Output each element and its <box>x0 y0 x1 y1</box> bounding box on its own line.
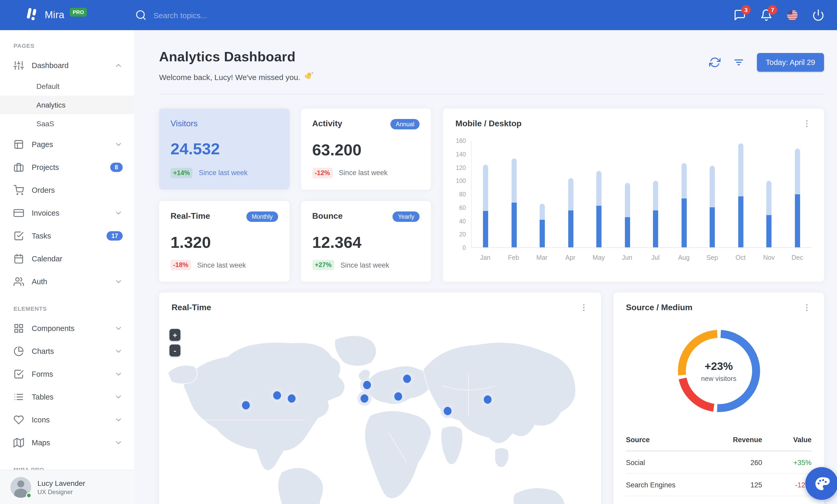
mobile-segment <box>653 210 658 247</box>
chevron-down-icon <box>114 416 123 424</box>
map-icon <box>14 437 24 448</box>
search-input[interactable] <box>153 11 320 19</box>
sidebar-item-dashboard[interactable]: Dashboard <box>0 54 134 77</box>
y-tick-label: 0 <box>462 245 466 251</box>
visitor-map-marker <box>403 375 411 383</box>
nav-section-label-elements: ELEMENTS <box>0 305 134 312</box>
mobile-segment <box>596 206 602 247</box>
power-icon[interactable] <box>812 9 824 21</box>
world-map[interactable]: + - <box>159 322 601 504</box>
topbar: Mira PRO 3 7 <box>0 0 837 30</box>
stat-value: 24.532 <box>171 140 278 158</box>
x-tick-label: Mar <box>528 254 556 261</box>
page-title: Analytics Dashboard <box>159 49 313 65</box>
sidebar-subitem-analytics[interactable]: Analytics <box>0 96 134 114</box>
sidebar-item-label: Projects <box>32 163 59 171</box>
mobile-segment <box>710 207 715 247</box>
today-date-button[interactable]: Today: April 29 <box>757 53 824 72</box>
source-table-row-search-engines: Search Engines 125 -12% <box>626 473 812 496</box>
x-tick-label: Oct <box>726 254 754 261</box>
sidebar-item-tasks[interactable]: Tasks17 <box>0 224 134 247</box>
source-menu-kebab-icon[interactable] <box>802 303 812 312</box>
sidebar-nav: PAGESDashboardDefaultAnalyticsSaaSPagesP… <box>0 43 134 473</box>
brand-name: Mira <box>45 10 65 21</box>
map-zoom-out-button[interactable]: - <box>170 344 180 356</box>
desktop-segment <box>681 163 687 199</box>
stat-note: Since last week <box>339 169 388 177</box>
mobile-segment <box>568 210 573 247</box>
chevron-down-icon <box>114 324 123 333</box>
chart-menu-kebab-icon[interactable] <box>802 119 812 128</box>
chevron-up-icon <box>114 61 123 70</box>
bar-mar <box>528 141 556 247</box>
mobile-segment <box>540 220 545 247</box>
refresh-icon[interactable] <box>709 57 720 68</box>
stat-delta-chip: -12% <box>312 168 333 178</box>
theme-settings-fab[interactable] <box>805 467 837 500</box>
sidebar-item-invoices[interactable]: Invoices <box>0 202 134 224</box>
bar-aug <box>670 141 698 247</box>
y-tick-label: 60 <box>459 205 466 211</box>
notifications-bell-icon[interactable]: 7 <box>760 9 772 21</box>
sidebar-item-label: Auth <box>32 278 47 286</box>
chevron-down-icon <box>114 347 123 355</box>
stat-card-real-time: Real-Time Monthly 1.320 -18% Since last … <box>159 201 289 282</box>
map-title: Real-Time <box>172 303 211 312</box>
sidebar-item-projects[interactable]: Projects8 <box>0 156 134 179</box>
bar-apr <box>556 141 585 247</box>
desktop-segment <box>795 149 800 194</box>
sidebar-subitem-saas[interactable]: SaaS <box>0 114 134 133</box>
sidebar-item-label: Pages <box>32 140 53 149</box>
sidebar-item-label: Tables <box>32 393 54 401</box>
sidebar-item-auth[interactable]: Auth <box>0 270 134 293</box>
chevron-down-icon <box>114 370 123 378</box>
sidebar-item-charts[interactable]: Charts <box>0 340 134 363</box>
sidebar-item-maps[interactable]: Maps <box>0 431 134 454</box>
app-window: Mira PRO 3 7 <box>0 0 837 504</box>
filter-icon[interactable] <box>733 57 745 68</box>
sidebar-item-label: Dashboard <box>32 61 69 70</box>
sidebar-item-tables[interactable]: Tables <box>0 386 134 408</box>
palette-icon <box>814 476 830 491</box>
online-status-dot <box>26 492 32 498</box>
desktop-segment <box>596 171 602 206</box>
source-table-row-social: Social 260 +35% <box>626 451 812 473</box>
x-tick-label: Jul <box>641 254 670 261</box>
stat-title: Real-Time <box>171 211 210 221</box>
sidebar-item-components[interactable]: Components <box>0 317 134 340</box>
mobile-segment <box>681 199 687 247</box>
x-tick-label: Apr <box>556 254 584 261</box>
sidebar-item-forms[interactable]: Forms <box>0 363 134 386</box>
bar-dec <box>783 141 812 247</box>
y-tick-label: 100 <box>456 178 466 184</box>
users-icon <box>14 276 24 287</box>
mobile-segment <box>738 197 744 247</box>
map-zoom-in-button[interactable]: + <box>170 329 180 341</box>
sidebar-item-calendar[interactable]: Calendar <box>0 247 134 270</box>
sidebar-item-icons[interactable]: Icons <box>0 408 134 431</box>
sidebar-item-pages[interactable]: Pages <box>0 133 134 156</box>
brand[interactable]: Mira PRO <box>24 6 135 24</box>
topbar-actions: 3 7 <box>733 9 824 21</box>
source-medium-title: Source / Medium <box>626 303 693 312</box>
chevron-down-icon <box>114 278 123 286</box>
bar-feb <box>500 141 528 247</box>
x-tick-label: Nov <box>755 254 783 261</box>
y-tick-label: 140 <box>456 151 466 157</box>
search-icon <box>135 10 147 21</box>
sidebar-item-orders[interactable]: Orders <box>0 179 134 202</box>
mira-logo-icon <box>24 6 39 24</box>
map-menu-kebab-icon[interactable] <box>579 303 588 312</box>
mobile-segment <box>625 217 630 247</box>
sidebar-user[interactable]: Lucy Lavender UX Designer <box>0 470 134 504</box>
source-cell: Search Engines <box>626 481 684 489</box>
welcome-text: Welcome back, Lucy! We've missed you. <box>159 71 313 82</box>
sidebar-item-label: Orders <box>32 186 55 194</box>
sidebar-subitem-default[interactable]: Default <box>0 77 134 96</box>
bar-nov <box>755 141 783 247</box>
visitor-map-marker <box>394 393 402 401</box>
sidebar-item-label: Calendar <box>32 255 63 263</box>
y-tick-label: 80 <box>459 191 466 198</box>
messages-icon[interactable]: 3 <box>733 9 746 21</box>
language-flag-icon[interactable] <box>787 10 798 21</box>
